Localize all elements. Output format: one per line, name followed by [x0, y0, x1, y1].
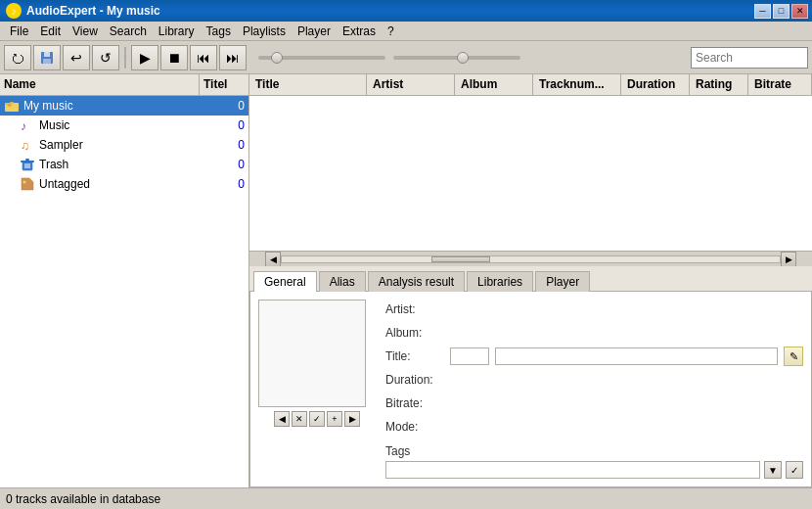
- track-list-header: Title Artist Album Tracknum... Duration …: [249, 74, 812, 96]
- menu-player[interactable]: Player: [292, 23, 337, 40]
- toolbar-refresh-button[interactable]: ⭮: [4, 45, 31, 70]
- close-button[interactable]: ✕: [791, 4, 808, 19]
- window-title: AudioExpert - My music: [26, 4, 160, 18]
- art-check-button[interactable]: ✓: [309, 411, 325, 427]
- tree-item-sampler[interactable]: ♫ Sampler 0: [0, 135, 248, 155]
- menu-playlists[interactable]: Playlists: [237, 23, 292, 40]
- toolbar-separator-1: [124, 47, 126, 69]
- title-bar-left: ♪ AudioExpert - My music: [6, 3, 160, 19]
- tree-header: Name Titel: [0, 74, 248, 96]
- menu-bar: File Edit View Search Library Tags Playl…: [0, 22, 812, 41]
- toolbar-undo-button[interactable]: ↩: [63, 45, 90, 70]
- tags-add-button[interactable]: ✓: [786, 461, 803, 479]
- col-rating[interactable]: Rating: [690, 74, 748, 95]
- scroll-thumb[interactable]: [431, 256, 490, 262]
- edit-button[interactable]: ✎: [784, 347, 803, 366]
- menu-extras[interactable]: Extras: [337, 23, 382, 40]
- tags-dropdown-button[interactable]: ▼: [764, 461, 782, 479]
- tree-item-music[interactable]: ♪ Music 0: [0, 116, 248, 135]
- title-controls: ─ □ ✕: [754, 4, 808, 19]
- slider-area: [248, 56, 689, 60]
- scroll-track[interactable]: [281, 255, 781, 263]
- title-label: Title:: [385, 349, 444, 363]
- toolbar-play-button[interactable]: ▶: [131, 45, 158, 70]
- tab-player[interactable]: Player: [535, 271, 590, 292]
- mode-row: Mode:: [385, 417, 803, 437]
- status-text: 0 tracks available in database: [6, 492, 160, 506]
- menu-edit[interactable]: Edit: [34, 23, 67, 40]
- bitrate-row: Bitrate:: [385, 393, 803, 413]
- title-field-lg[interactable]: [495, 347, 778, 365]
- menu-search[interactable]: Search: [104, 23, 153, 40]
- folder-music-icon: [4, 98, 20, 114]
- tree-item-mymusic[interactable]: My music 0: [0, 96, 248, 116]
- tab-analysis-result[interactable]: Analysis result: [368, 271, 465, 292]
- tree-item-untagged[interactable]: Untagged 0: [0, 174, 248, 194]
- art-delete-button[interactable]: ✕: [292, 411, 307, 427]
- title-field-sm[interactable]: [450, 347, 489, 365]
- art-prev-button[interactable]: ◀: [274, 411, 290, 427]
- col-tracknum[interactable]: Tracknum...: [533, 74, 621, 95]
- tab-general[interactable]: General: [253, 271, 317, 292]
- menu-view[interactable]: View: [67, 23, 104, 40]
- tree-item-mymusic-count: 0: [215, 99, 245, 113]
- search-box[interactable]: 🔍: [691, 47, 808, 69]
- toolbar-save-button[interactable]: [33, 45, 61, 70]
- tags-input[interactable]: [385, 461, 760, 479]
- menu-help[interactable]: ?: [382, 23, 400, 40]
- tree-item-music-count: 0: [215, 118, 245, 132]
- toolbar-stop-button[interactable]: ⏹: [160, 45, 188, 70]
- scroll-right-button[interactable]: ▶: [781, 252, 796, 267]
- tree-col-titel: Titel: [200, 74, 248, 95]
- col-artist[interactable]: Artist: [367, 74, 455, 95]
- sampler-icon: ♫: [20, 137, 35, 153]
- col-title[interactable]: Title: [249, 74, 367, 95]
- seek-slider-track[interactable]: [393, 56, 520, 60]
- album-row: Album:: [385, 323, 803, 343]
- tabs-row: General Alias Analysis result Libraries …: [249, 266, 812, 291]
- title-bar: ♪ AudioExpert - My music ─ □ ✕: [0, 0, 812, 22]
- track-info: Artist: Album: Title: ✎ Duration: Bitrat…: [385, 300, 803, 479]
- tree-item-trash[interactable]: Trash 0: [0, 155, 248, 174]
- minimize-button[interactable]: ─: [754, 4, 771, 19]
- menu-tags[interactable]: Tags: [201, 23, 237, 40]
- svg-point-16: [23, 181, 26, 184]
- tab-alias[interactable]: Alias: [319, 271, 366, 292]
- tab-content-general: ◀ ✕ ✓ + ▶ Artist: Album: Title:: [249, 291, 812, 487]
- menu-library[interactable]: Library: [153, 23, 201, 40]
- bitrate-label: Bitrate:: [385, 396, 444, 410]
- col-album[interactable]: Album: [455, 74, 533, 95]
- tree-item-untagged-count: 0: [215, 177, 245, 191]
- tabs-area: General Alias Analysis result Libraries …: [249, 266, 812, 291]
- scroll-left-button[interactable]: ◀: [265, 252, 281, 267]
- artist-label: Artist:: [385, 302, 444, 316]
- art-add-button[interactable]: +: [327, 411, 342, 427]
- col-bitrate[interactable]: Bitrate: [748, 74, 812, 95]
- tree-item-sampler-count: 0: [215, 138, 245, 152]
- toolbar-redo-button[interactable]: ↺: [92, 45, 119, 70]
- album-art-area: ◀ ✕ ✓ + ▶: [258, 300, 376, 479]
- tree-item-mymusic-label: My music: [23, 99, 215, 113]
- app-icon: ♪: [6, 3, 22, 19]
- col-duration[interactable]: Duration: [621, 74, 690, 95]
- svg-marker-15: [22, 178, 33, 190]
- search-input[interactable]: [696, 51, 812, 65]
- toolbar-next-button[interactable]: ⏭: [219, 45, 247, 70]
- menu-file[interactable]: File: [4, 23, 34, 40]
- horizontal-scrollbar[interactable]: ◀ ▶: [249, 251, 812, 266]
- tree-content: My music 0 ♪ Music 0 ♫: [0, 96, 248, 487]
- svg-text:♫: ♫: [21, 139, 29, 153]
- restore-button[interactable]: □: [773, 4, 789, 19]
- tab-libraries[interactable]: Libraries: [467, 271, 533, 292]
- duration-row: Duration:: [385, 370, 803, 390]
- toolbar-prev-button[interactable]: ⏮: [190, 45, 217, 70]
- art-next-button[interactable]: ▶: [344, 411, 360, 427]
- volume-slider-track[interactable]: [258, 56, 385, 60]
- tree-item-trash-count: 0: [215, 158, 245, 171]
- track-list: [249, 96, 812, 251]
- svg-rect-10: [21, 161, 34, 162]
- untagged-icon: [20, 176, 35, 192]
- tree-item-trash-label: Trash: [39, 158, 215, 171]
- tree-item-untagged-label: Untagged: [39, 177, 215, 191]
- left-panel: Name Titel My music 0: [0, 74, 249, 487]
